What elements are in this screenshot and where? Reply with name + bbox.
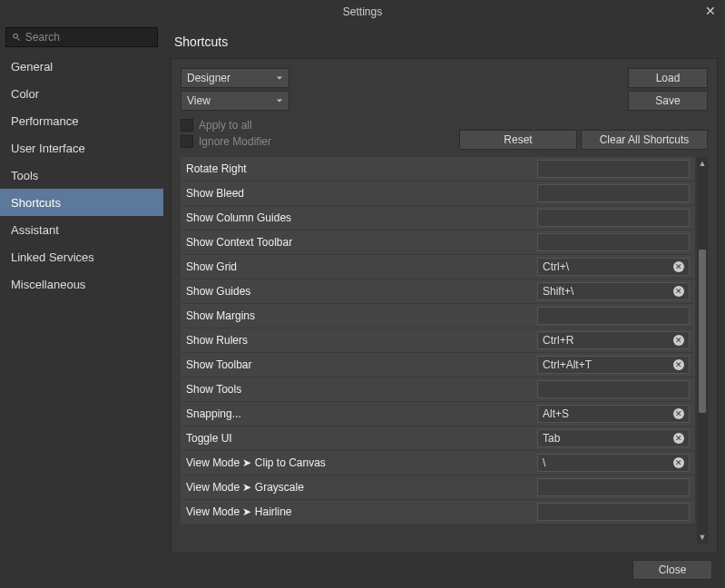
- reset-button-label: Reset: [504, 133, 532, 146]
- shortcut-value: Ctrl+Alt+T: [543, 358, 592, 371]
- close-icon[interactable]: ✕: [703, 4, 718, 18]
- shortcut-input[interactable]: Alt+S✕: [537, 405, 690, 423]
- shortcut-input[interactable]: Shift+\✕: [537, 282, 690, 300]
- close-button[interactable]: Close: [632, 560, 712, 580]
- shortcut-label: Show Toolbar: [186, 358, 252, 371]
- clear-all-button[interactable]: Clear All Shortcuts: [581, 130, 708, 150]
- shortcut-input[interactable]: [537, 380, 690, 398]
- shortcut-label: Show Margins: [186, 309, 255, 322]
- titlebar: Settings ✕: [0, 0, 725, 24]
- shortcut-input[interactable]: Ctrl+R✕: [537, 331, 690, 349]
- shortcut-list: Rotate RightShow BleedShow Column Guides…: [181, 157, 695, 544]
- shortcut-value: \: [543, 456, 545, 469]
- apply-to-all-checkbox[interactable]: [181, 119, 193, 132]
- shortcut-row: View Mode ➤ Hairline: [181, 500, 695, 524]
- save-button-label: Save: [655, 94, 680, 107]
- shortcut-label: Rotate Right: [186, 162, 247, 175]
- sidebar-item-linked-services[interactable]: Linked Services: [0, 243, 163, 270]
- chevron-down-icon: [276, 74, 283, 82]
- search-icon: [12, 32, 22, 43]
- window-body: GeneralColorPerformanceUser InterfaceToo…: [0, 24, 725, 554]
- scroll-up-icon[interactable]: ▲: [699, 157, 707, 170]
- shortcut-input[interactable]: Ctrl+Alt+T✕: [537, 356, 690, 374]
- category-dropdown-label: View: [187, 94, 211, 107]
- clear-shortcut-icon[interactable]: ✕: [673, 433, 684, 444]
- save-button[interactable]: Save: [628, 91, 708, 111]
- shortcut-value: Tab: [543, 432, 560, 445]
- clear-shortcut-icon[interactable]: ✕: [673, 408, 684, 419]
- shortcut-label: Toggle UI: [186, 432, 232, 445]
- shortcut-row: View Mode ➤ Grayscale: [181, 475, 695, 499]
- shortcut-row: Show ToolbarCtrl+Alt+T✕: [181, 353, 695, 377]
- shortcut-row: Show GridCtrl+\✕: [181, 255, 695, 279]
- shortcut-label: View Mode ➤ Grayscale: [186, 481, 304, 494]
- apply-to-all-label: Apply to all: [199, 119, 252, 132]
- shortcut-label: Show Rulers: [186, 334, 248, 347]
- shortcut-label: Snapping...: [186, 407, 241, 420]
- shortcut-value: Alt+S: [543, 407, 569, 420]
- page-title: Shortcuts: [174, 34, 718, 49]
- shortcut-input[interactable]: Tab✕: [537, 429, 690, 447]
- clear-shortcut-icon[interactable]: ✕: [673, 261, 684, 272]
- shortcut-label: Show Column Guides: [186, 211, 291, 224]
- sidebar: GeneralColorPerformanceUser InterfaceToo…: [0, 24, 163, 554]
- clear-all-button-label: Clear All Shortcuts: [600, 133, 690, 146]
- shortcut-label: Show Context Toolbar: [186, 236, 292, 249]
- load-button-label: Load: [656, 72, 681, 84]
- search-input[interactable]: [25, 31, 152, 44]
- scroll-down-icon[interactable]: ▼: [699, 531, 707, 544]
- sidebar-item-general[interactable]: General: [0, 53, 163, 80]
- shortcut-row: Show Bleed: [181, 181, 695, 205]
- scrollbar[interactable]: ▲ ▼: [697, 157, 708, 544]
- shortcut-row: Show Column Guides: [181, 206, 695, 230]
- sidebar-item-shortcuts[interactable]: Shortcuts: [0, 189, 163, 216]
- sidebar-item-miscellaneous[interactable]: Miscellaneous: [0, 270, 163, 298]
- window-title: Settings: [343, 5, 382, 18]
- sidebar-item-performance[interactable]: Performance: [0, 107, 163, 134]
- shortcut-row: Show GuidesShift+\✕: [181, 279, 695, 303]
- shortcut-input[interactable]: [537, 233, 690, 251]
- shortcut-row: View Mode ➤ Clip to Canvas\✕: [181, 451, 695, 475]
- shortcut-row: Show Context Toolbar: [181, 230, 695, 254]
- shortcut-row: Show Margins: [181, 304, 695, 328]
- shortcut-input[interactable]: [537, 478, 690, 496]
- close-button-label: Close: [659, 564, 687, 576]
- load-button[interactable]: Load: [628, 68, 708, 88]
- shortcut-input[interactable]: [537, 307, 690, 325]
- sidebar-item-tools[interactable]: Tools: [0, 162, 163, 189]
- reset-button[interactable]: Reset: [459, 130, 577, 150]
- category-dropdown[interactable]: View: [181, 91, 289, 111]
- clear-shortcut-icon[interactable]: ✕: [673, 335, 684, 346]
- shortcut-value: Ctrl+\: [543, 260, 569, 273]
- clear-shortcut-icon[interactable]: ✕: [673, 457, 684, 468]
- apply-to-all-row[interactable]: Apply to all: [181, 119, 271, 132]
- shortcut-input[interactable]: [537, 503, 690, 521]
- ignore-modifier-label: Ignore Modifier: [199, 135, 271, 148]
- shortcut-input[interactable]: Ctrl+\✕: [537, 258, 690, 276]
- shortcut-input[interactable]: [537, 209, 690, 227]
- ignore-modifier-row[interactable]: Ignore Modifier: [181, 135, 271, 148]
- sidebar-item-user-interface[interactable]: User Interface: [0, 134, 163, 162]
- shortcut-label: Show Bleed: [186, 187, 244, 200]
- search-input-wrap[interactable]: [5, 27, 158, 47]
- content: Shortcuts Designer Load View Save: [163, 24, 725, 554]
- persona-dropdown[interactable]: Designer: [181, 68, 289, 88]
- persona-dropdown-label: Designer: [187, 72, 230, 84]
- clear-shortcut-icon[interactable]: ✕: [673, 286, 684, 297]
- shortcut-row: Snapping...Alt+S✕: [181, 402, 695, 426]
- shortcut-label: Show Tools: [186, 383, 241, 396]
- footer: Close: [0, 554, 725, 586]
- shortcut-value: Ctrl+R: [543, 334, 573, 347]
- shortcut-label: Show Guides: [186, 285, 250, 298]
- ignore-modifier-checkbox[interactable]: [181, 135, 193, 148]
- shortcut-label: View Mode ➤ Hairline: [186, 505, 292, 518]
- sidebar-item-color[interactable]: Color: [0, 80, 163, 107]
- chevron-down-icon: [276, 97, 283, 104]
- scroll-thumb[interactable]: [699, 250, 706, 413]
- shortcuts-panel: Designer Load View Save Apply to all: [171, 58, 718, 554]
- shortcut-input[interactable]: \✕: [537, 454, 690, 472]
- shortcut-input[interactable]: [537, 184, 690, 202]
- sidebar-item-assistant[interactable]: Assistant: [0, 216, 163, 243]
- clear-shortcut-icon[interactable]: ✕: [673, 359, 684, 370]
- shortcut-input[interactable]: [537, 160, 690, 178]
